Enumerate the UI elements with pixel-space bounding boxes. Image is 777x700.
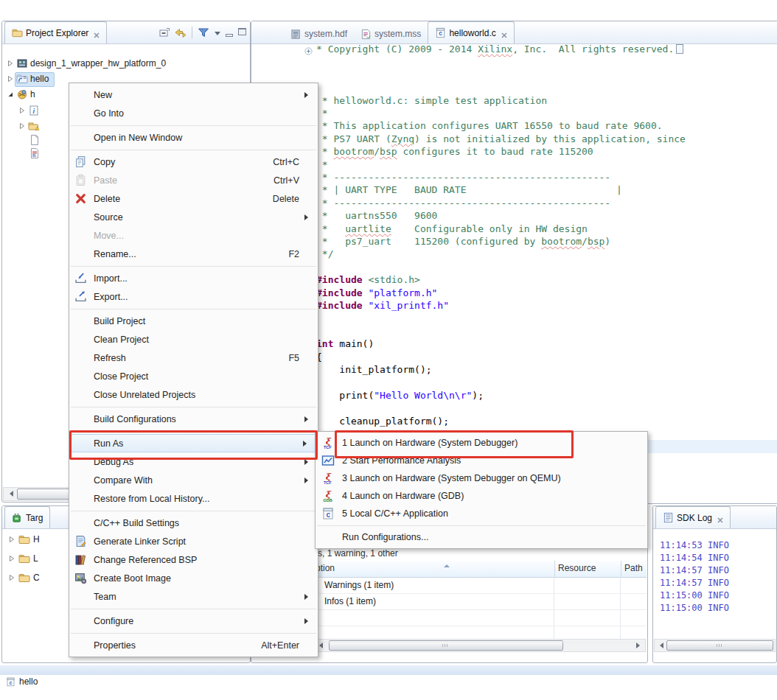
code-line: #include "xil_printf.h" [316, 299, 449, 312]
menu-item-label: Delete [94, 194, 120, 204]
close-icon[interactable] [94, 30, 100, 36]
menu-item-close-unrelated-projects[interactable]: Close Unrelated Projects [69, 385, 318, 404]
menu-item-5-local-c-c-application[interactable]: c5 Local C/C++ Application [316, 505, 647, 522]
close-icon[interactable] [717, 515, 723, 521]
menu-item-3-launch-on-hardware-system-debugger-on-qemu[interactable]: ξTCF3 Launch on Hardware (System Debugge… [316, 469, 647, 487]
file-icon [29, 134, 41, 146]
code-token: uartlite [345, 223, 391, 234]
hdf-icon [290, 29, 302, 40]
code-line: #include <stdio.h> [316, 273, 420, 287]
problems-hscrollbar[interactable] [313, 639, 646, 652]
window-trim-band [0, 665, 777, 675]
link-editor-icon[interactable] [174, 26, 187, 39]
blank-icon [74, 517, 87, 529]
menu-item-clean-project[interactable]: Clean Project [69, 330, 318, 349]
menu-item-c-c-build-settings[interactable]: C/C++ Build Settings [69, 514, 318, 532]
code-token: * uartns550 9600 [316, 210, 437, 221]
menu-item-open-in-new-window[interactable]: Open in New Window [69, 128, 318, 147]
menu-item-close-project[interactable]: Close Project [69, 367, 318, 385]
menu-item-new[interactable]: New [69, 85, 318, 104]
menu-item-generate-linker-script[interactable]: Generate Linker Script [69, 532, 318, 550]
code-token: * | UART TYPE BAUD RATE | [316, 184, 622, 195]
sdk-log-hscrollbar[interactable] [654, 639, 776, 652]
annotation-box-run-as [69, 430, 318, 460]
code-line: #include "platform.h" [316, 287, 437, 300]
menu-item-create-boot-image[interactable]: Create Boot Image [69, 569, 318, 587]
expander-collapsed-icon[interactable] [7, 60, 14, 67]
sdk-log-icon [663, 512, 674, 523]
mss-icon [360, 29, 372, 40]
collapse-all-icon[interactable] [158, 26, 171, 39]
menu-shortcut: Ctrl+V [273, 175, 299, 186]
folder-icon [18, 533, 30, 545]
sdk-log-content[interactable]: 11:14:53 INFO11:14:54 INFO11:14:57 INFO1… [653, 529, 776, 648]
menu-item-properties[interactable]: PropertiesAlt+Enter [69, 636, 318, 654]
menu-item-restore-from-local-history[interactable]: Restore from Local History... [69, 489, 318, 508]
menu-item-4-launch-on-hardware-gdb[interactable]: ξGDB4 Launch on Hardware (GDB) [316, 487, 647, 505]
code-line: * uartns550 9600 [316, 209, 437, 223]
tab-system-hdf[interactable]: system.hdf [284, 24, 354, 43]
menu-item-paste[interactable]: PasteCtrl+V [69, 171, 318, 189]
menu-item-export[interactable]: Export... [69, 287, 318, 306]
expander-collapsed-icon[interactable] [18, 107, 26, 114]
blank-icon [74, 211, 87, 223]
menu-item-build-configurations[interactable]: Build Configurations [69, 410, 318, 428]
menu-item-label: C/C++ Build Settings [94, 518, 179, 528]
column-resource[interactable]: Resource [558, 563, 596, 573]
menu-shortcut: Alt+Enter [261, 640, 299, 651]
close-icon[interactable] [501, 30, 507, 36]
menu-item-configure[interactable]: Configure [69, 612, 318, 630]
expander-collapsed-icon[interactable] [8, 555, 15, 562]
menu-item-build-project[interactable]: Build Project [69, 312, 318, 330]
minimize-icon[interactable] [226, 28, 234, 37]
menu-item-label: Move... [94, 231, 124, 241]
tab-helloworld-c[interactable]: chelloworld.c [428, 21, 514, 43]
menu-item-go-into[interactable]: Go Into [69, 104, 318, 122]
menu-item-delete[interactable]: DeleteDelete [69, 189, 318, 208]
column-path[interactable]: Path [624, 563, 643, 573]
code-line: * --------------------------------------… [316, 197, 610, 210]
tab-project-explorer[interactable]: Project Explorer [4, 21, 107, 43]
boot-image-icon [74, 572, 87, 584]
menu-item-team[interactable]: Team [69, 587, 318, 606]
expander-collapsed-icon[interactable] [18, 122, 26, 130]
expander-collapsed-icon[interactable] [8, 574, 15, 581]
log-line: 11:15:00 INFO [660, 603, 729, 613]
menu-item-run-configurations[interactable]: Run Configurations... [316, 528, 647, 546]
blank-icon [74, 590, 87, 603]
expander-expanded-icon[interactable] [7, 91, 14, 98]
menu-item-change-referenced-bsp[interactable]: Change Referenced BSP [69, 550, 318, 569]
blank-icon [321, 531, 335, 544]
tab-sdk-log[interactable]: SDK Log [655, 506, 731, 528]
expander-collapsed-icon[interactable] [8, 536, 15, 543]
tab-target-connections[interactable]: Targ [4, 506, 50, 528]
menu-item-refresh[interactable]: RefreshF5 [69, 349, 318, 367]
blank-icon [74, 413, 87, 425]
menu-item-label: Rename... [94, 249, 136, 259]
menu-item-import[interactable]: Import... [69, 269, 318, 287]
menu-item-move[interactable]: Move... [69, 226, 318, 245]
blank-icon [74, 474, 87, 486]
menu-separator [69, 122, 318, 128]
menu-item-copy[interactable]: CopyCtrl+C [69, 153, 318, 171]
menu-item-compare-with[interactable]: Compare With [69, 471, 318, 489]
filter-icon[interactable] [197, 26, 210, 39]
paste-icon [74, 174, 87, 186]
view-menu-icon[interactable] [215, 32, 220, 38]
tab-label: Project Explorer [26, 28, 88, 38]
tab-system-mss[interactable]: system.mss [354, 24, 428, 43]
sort-caret-icon [444, 561, 450, 567]
expander-collapsed-icon[interactable] [7, 75, 14, 83]
blank-icon [74, 370, 87, 382]
code-token: / [582, 236, 588, 247]
tree-item-design-1-wrapper-hw-platform-0[interactable]: design_1_wrapper_hw_platform_0 [2, 57, 250, 71]
menu-item-rename[interactable]: Rename...F2 [69, 245, 318, 263]
submenu-arrow-icon [304, 92, 311, 98]
menu-separator [69, 606, 318, 612]
menu-item-source[interactable]: Source [69, 208, 318, 226]
folded-region-icon[interactable] [676, 44, 683, 54]
fold-plus-icon[interactable] [304, 45, 313, 53]
target-item-label: L [33, 553, 38, 564]
log-line: 11:14:53 INFO [660, 540, 729, 550]
maximize-icon[interactable] [238, 28, 247, 37]
